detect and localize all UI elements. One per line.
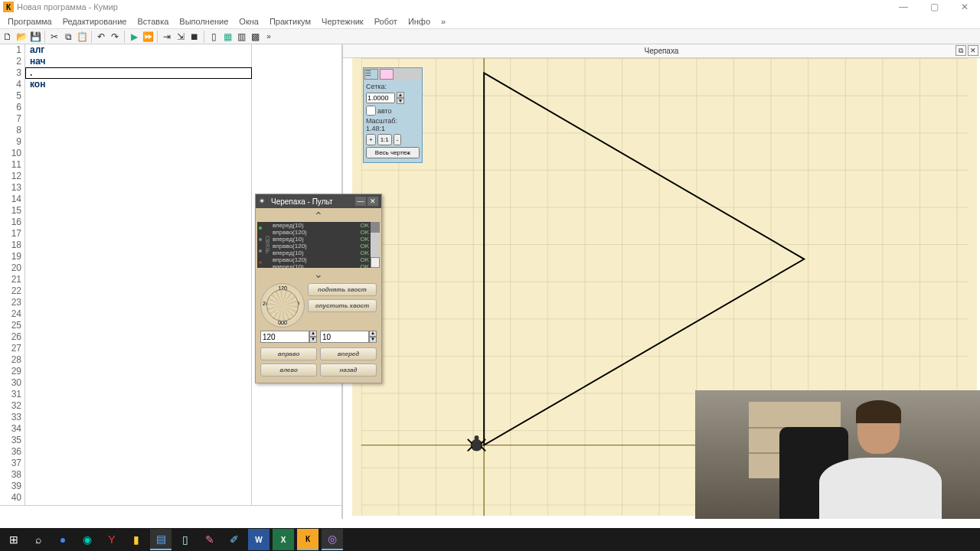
stop-icon[interactable]: ⏹ (188, 31, 201, 43)
turtle-icon: ✴ (259, 197, 268, 206)
angle-up[interactable]: ▲ (309, 331, 317, 337)
menu-execute[interactable]: Выполнение (175, 15, 233, 28)
title-bar: К Новая программа - Кумир — ▢ ✕ (0, 0, 980, 14)
kumir-icon[interactable]: К (297, 529, 318, 550)
close-button[interactable]: ✕ (949, 0, 980, 14)
angle-input[interactable] (260, 331, 309, 343)
paste-icon[interactable]: 📋 (76, 31, 88, 43)
save-icon[interactable]: 💾 (29, 31, 41, 43)
scroll-thumb-top[interactable] (371, 222, 380, 233)
redo-icon[interactable]: ↷ (109, 31, 121, 43)
yandex-icon[interactable]: Y (101, 529, 122, 550)
zoom-plus-button[interactable]: + (366, 134, 376, 145)
menu-drafter[interactable]: Чертежник (317, 15, 368, 28)
grid-tab-lines-icon[interactable]: ☰ (364, 69, 378, 80)
fit-button[interactable]: Весь чертеж (366, 147, 420, 158)
open-icon[interactable]: 📂 (15, 31, 28, 43)
separator (44, 31, 45, 43)
start-icon[interactable]: ⊞ (3, 529, 24, 550)
edge-icon[interactable]: ◉ (77, 529, 98, 550)
grid-value-input[interactable] (366, 93, 395, 103)
tail-up-button[interactable]: поднять хвост (308, 283, 377, 296)
grid-settings-panel[interactable]: ☰ Сетка: ▲ ▼ авто Масштаб: 1.48:1 (363, 67, 423, 163)
minimize-button[interactable]: — (888, 0, 919, 14)
menu-windows[interactable]: Окна (234, 15, 263, 28)
zoom-11-button[interactable]: 1:1 (377, 134, 392, 145)
excel-icon[interactable]: X (273, 529, 294, 550)
status-dot-green-icon (259, 227, 262, 230)
angle-down[interactable]: ▼ (309, 337, 317, 343)
cursor-line (25, 67, 252, 79)
search-icon[interactable]: ⌕ (28, 529, 49, 550)
cut-icon[interactable]: ✂ (48, 31, 60, 43)
maximize-button[interactable]: ▢ (919, 0, 949, 14)
layout2-icon[interactable]: ▦ (221, 31, 234, 43)
status-dot-red-icon (259, 261, 262, 264)
obs-icon[interactable]: ◎ (322, 529, 343, 550)
more-icon[interactable]: » (263, 31, 275, 43)
pen-icon[interactable]: ✐ (224, 529, 245, 550)
menu-edit[interactable]: Редактирование (58, 15, 132, 28)
code-line: кон (30, 79, 251, 90)
dist-down[interactable]: ▼ (369, 337, 377, 343)
back-button[interactable]: назад (320, 364, 377, 377)
notepad-icon[interactable]: ▯ (175, 529, 196, 550)
run-fast-icon[interactable]: ⏩ (142, 31, 154, 43)
tail-down-button[interactable]: опустить хвост (308, 299, 377, 312)
scale-value: 1.48:1 (366, 125, 420, 132)
taskmanager-icon[interactable]: ▤ (150, 529, 172, 550)
grid-spin-down[interactable]: ▼ (397, 98, 404, 104)
dist-input[interactable] (320, 331, 369, 343)
code-editor[interactable]: алгнач.кон (25, 44, 251, 505)
status-dot-icon (259, 238, 262, 241)
dist-up[interactable]: ▲ (369, 331, 377, 337)
window-title: Новая программа - Кумир (17, 2, 118, 11)
scroll-thumb-bottom[interactable] (371, 257, 380, 268)
svg-point-8 (475, 435, 479, 440)
canvas-close-icon[interactable]: ✕ (968, 45, 978, 56)
forward-button[interactable]: вперед (320, 347, 377, 360)
explorer-icon[interactable]: ▮ (126, 529, 147, 550)
right-button[interactable]: вправо (260, 347, 317, 360)
menu-insert[interactable]: Вставка (132, 15, 173, 28)
menu-program[interactable]: Программа (3, 15, 57, 28)
layout3-icon[interactable]: ▥ (235, 31, 247, 43)
code-statusbar (0, 505, 341, 519)
scroll-up-icon[interactable]: ⌃ (257, 210, 380, 222)
menu-more[interactable]: » (436, 15, 450, 28)
word-icon[interactable]: W (248, 529, 270, 550)
remote-close-button[interactable]: ✕ (368, 197, 378, 206)
undo-icon[interactable]: ↶ (95, 31, 107, 43)
layout1-icon[interactable]: ▯ (207, 31, 220, 43)
remote-minimize-button[interactable]: — (355, 197, 366, 206)
command-log: СВЯЗЬ вперед(10)OKвправо(120)OKвперед(10… (257, 222, 380, 268)
turtle-remote-window[interactable]: ✴ Черепаха - Пульт — ✕ ⌃ СВЯЗЬ вперед(10… (255, 194, 382, 383)
layout4-icon[interactable]: ▩ (249, 31, 261, 43)
run-icon[interactable]: ▶ (128, 31, 140, 43)
paint-icon[interactable]: ✎ (199, 529, 220, 550)
left-button[interactable]: влево (260, 364, 317, 377)
grid-spin-up[interactable]: ▲ (397, 92, 404, 98)
menu-robot[interactable]: Робот (370, 15, 402, 28)
turtle-remote-titlebar[interactable]: ✴ Черепаха - Пульт — ✕ (256, 194, 381, 208)
scroll-down-icon[interactable]: ⌄ (257, 268, 380, 280)
auto-checkbox[interactable] (366, 106, 376, 116)
step-icon[interactable]: ⇥ (161, 31, 173, 43)
log-scrollbar[interactable] (371, 222, 380, 268)
step-into-icon[interactable]: ⇲ (175, 31, 187, 43)
copy-icon[interactable]: ⧉ (62, 31, 74, 43)
chrome-icon[interactable]: ● (52, 529, 74, 550)
log-row: вправо(120)OK (271, 243, 371, 249)
angle-dial[interactable]: 120 240 60 000 (260, 283, 305, 328)
log-row: вперед(10)OK (271, 236, 371, 243)
menu-info[interactable]: Инфо (403, 15, 435, 28)
svg-point-3 (471, 439, 483, 452)
menu-practicum[interactable]: Практикум (265, 15, 315, 28)
auto-label: авто (377, 107, 392, 115)
new-icon[interactable]: 🗋 (2, 31, 14, 43)
grid-tab-color-icon[interactable] (380, 69, 394, 80)
canvas-detach-icon[interactable]: ⧉ (956, 45, 966, 56)
zoom-minus-button[interactable]: - (394, 134, 402, 145)
app-icon: К (3, 2, 14, 12)
status-dot-icon (259, 249, 262, 253)
